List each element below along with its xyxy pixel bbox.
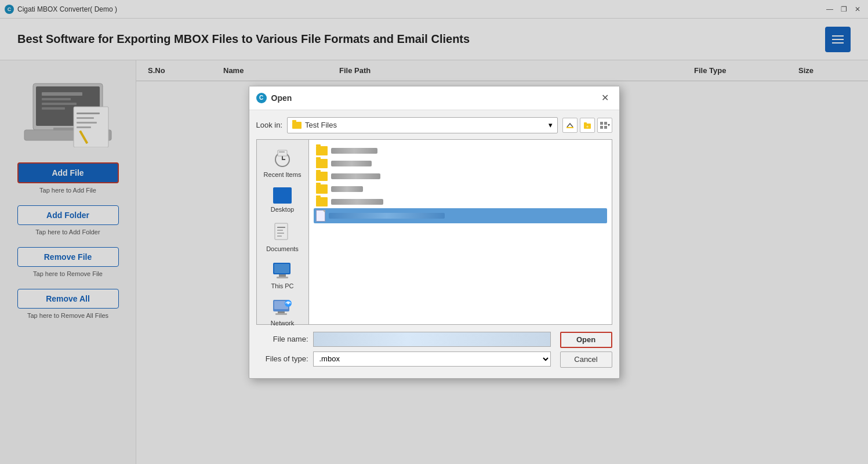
dialog-cancel-button[interactable]: Cancel	[560, 351, 612, 368]
dialog-title-text: Open	[271, 93, 292, 103]
file-name-blurred	[331, 148, 377, 154]
svg-rect-23	[278, 150, 287, 156]
dialog-title-left: C Open	[256, 93, 292, 103]
list-item-selected[interactable]	[314, 208, 607, 223]
svg-rect-19	[604, 122, 607, 125]
dialog-open-button[interactable]: Open	[560, 332, 612, 348]
svg-rect-25	[275, 223, 288, 240]
desktop-icon	[273, 187, 292, 204]
folder-icon	[316, 184, 328, 194]
folder-icon	[316, 159, 328, 168]
svg-rect-31	[274, 264, 289, 273]
list-item[interactable]	[314, 157, 607, 170]
svg-rect-18	[600, 122, 603, 125]
filetype-label: Files of type:	[256, 354, 308, 363]
desktop-label: Desktop	[271, 206, 294, 213]
places-network[interactable]: Network	[259, 295, 306, 330]
folder-icon	[316, 197, 328, 206]
dialog-titlebar: C Open ✕	[249, 86, 619, 110]
dialog-body: Look in: Test Files ▾ +	[249, 110, 619, 378]
list-item[interactable]	[314, 170, 607, 183]
file-icon	[316, 210, 325, 222]
list-item[interactable]	[314, 183, 607, 195]
svg-rect-14	[566, 127, 573, 128]
svg-rect-29	[277, 235, 282, 237]
chevron-down-icon: ▾	[549, 121, 553, 129]
filetype-row: Files of type: .mbox	[256, 351, 551, 367]
places-recent-items[interactable]: Recent Items	[259, 144, 306, 182]
view-dropdown-arrow: ▾	[608, 122, 610, 128]
svg-rect-33	[277, 277, 288, 278]
file-name-blurred	[331, 161, 372, 166]
file-browser: Recent Items Desktop	[256, 139, 612, 325]
view-options-button[interactable]: ▾	[597, 118, 612, 133]
toolbar-buttons: + ▾	[562, 118, 612, 133]
svg-rect-26	[277, 227, 285, 228]
svg-rect-37	[275, 313, 287, 315]
file-name-blurred	[331, 199, 383, 205]
list-item[interactable]	[314, 195, 607, 208]
filename-row: File name:	[256, 332, 551, 347]
filetype-select[interactable]: .mbox	[313, 351, 551, 367]
up-folder-button[interactable]	[562, 118, 578, 133]
svg-rect-28	[277, 233, 284, 234]
dialog-close-button[interactable]: ✕	[598, 91, 612, 105]
places-this-pc[interactable]: This PC	[259, 258, 306, 293]
folder-icon	[316, 172, 328, 181]
dialog-fields: File name: Files of type: .mbox	[256, 332, 551, 371]
folder-icon-small	[292, 122, 302, 129]
places-documents[interactable]: Documents	[259, 219, 306, 256]
svg-rect-24	[279, 151, 285, 153]
network-label: Network	[271, 320, 294, 327]
folder-icon	[316, 146, 328, 155]
recent-items-label: Recent Items	[264, 171, 302, 178]
look-in-row: Look in: Test Files ▾ +	[256, 117, 612, 133]
places-panel: Recent Items Desktop	[257, 140, 309, 324]
svg-rect-36	[278, 311, 285, 313]
svg-point-39	[288, 302, 289, 304]
svg-rect-21	[604, 126, 607, 129]
documents-label: Documents	[266, 245, 299, 252]
svg-rect-20	[600, 126, 603, 129]
dialog-action-buttons: Open Cancel	[560, 332, 612, 371]
dialog-overlay: C Open ✕ Look in: Test Files ▾	[0, 0, 868, 464]
filename-label: File name:	[256, 335, 308, 343]
list-item[interactable]	[314, 144, 607, 157]
file-name-blurred	[331, 186, 363, 192]
dialog-bottom: File name: Files of type: .mbox Open	[256, 332, 612, 371]
look-in-label: Look in:	[256, 121, 283, 129]
dialog-app-icon: C	[256, 93, 267, 103]
look-in-value: Test Files	[292, 121, 337, 129]
this-pc-label: This PC	[271, 282, 293, 289]
new-folder-button[interactable]: +	[580, 118, 595, 133]
svg-rect-32	[279, 274, 286, 277]
svg-text:+: +	[586, 124, 589, 129]
file-name-blurred	[331, 173, 380, 179]
svg-rect-27	[277, 230, 283, 231]
files-panel	[309, 140, 612, 324]
file-name-selected-blurred	[329, 213, 445, 219]
filename-input[interactable]	[313, 332, 551, 347]
look-in-select[interactable]: Test Files ▾	[287, 117, 557, 133]
places-desktop[interactable]: Desktop	[259, 184, 306, 216]
open-dialog: C Open ✕ Look in: Test Files ▾	[249, 86, 620, 379]
